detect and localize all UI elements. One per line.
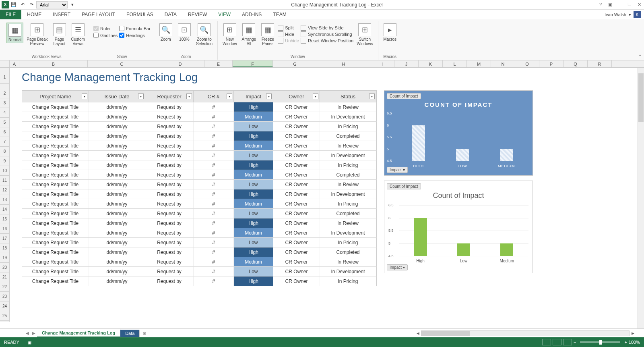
table-cell[interactable]: In Pricing — [320, 276, 376, 286]
table-cell[interactable]: Medium — [234, 199, 273, 208]
table-cell[interactable]: Medium — [234, 257, 273, 266]
zoom-level[interactable]: 100% — [629, 340, 640, 345]
filter-dropdown-icon[interactable]: ▾ — [82, 94, 87, 99]
col-N[interactable]: N — [491, 60, 515, 67]
row-18[interactable]: 18 — [0, 243, 9, 253]
filter-dropdown-icon[interactable]: ▾ — [266, 94, 272, 99]
table-cell[interactable]: CR Owner — [273, 122, 320, 131]
col-J[interactable]: J — [394, 60, 419, 67]
ribbon-options-icon[interactable]: ▣ — [607, 2, 613, 7]
row-13[interactable]: 13 — [0, 195, 9, 205]
gridlines-checkbox[interactable]: Gridlines — [93, 33, 118, 38]
col-L[interactable]: L — [443, 60, 467, 67]
pivot-chart-2[interactable]: Count of Impact Count of Impact 4.555.56… — [384, 181, 533, 273]
chart1-axis-button[interactable]: Impact ▾ — [387, 167, 408, 173]
table-cell[interactable]: Change Request Title — [22, 267, 89, 276]
table-cell[interactable]: In Development — [320, 151, 376, 160]
col-K[interactable]: K — [419, 60, 443, 67]
table-cell[interactable]: CR Owner — [273, 218, 320, 228]
switchwindows-button[interactable]: ⊞Switch Windows — [355, 23, 375, 47]
table-cell[interactable]: Low — [234, 122, 273, 131]
font-selector[interactable]: Arial — [36, 1, 68, 8]
table-cell[interactable]: CR Owner — [273, 151, 320, 160]
table-cell[interactable]: # — [194, 238, 234, 247]
reset-position-button[interactable]: Reset Window Position — [301, 38, 353, 44]
tab-file[interactable]: FILE — [0, 10, 21, 19]
table-cell[interactable]: Request by — [145, 170, 194, 179]
table-row[interactable]: Change Request Titledd/mm/yyRequest by#L… — [22, 180, 377, 189]
table-cell[interactable]: Change Request Title — [22, 257, 89, 266]
table-cell[interactable]: # — [194, 112, 234, 121]
tab-formulas[interactable]: FORMULAS — [121, 10, 159, 19]
row-12[interactable]: 12 — [0, 185, 9, 195]
table-cell[interactable]: Request by — [145, 180, 194, 189]
table-cell[interactable]: High — [234, 131, 273, 141]
table-cell[interactable]: Change Request Title — [22, 276, 89, 286]
tab-team[interactable]: TEAM — [267, 10, 292, 19]
row-25[interactable]: 25 — [0, 311, 9, 321]
row-headers[interactable]: 1234567891011121314151617181920212223242… — [0, 68, 10, 322]
pagelayout-button[interactable]: ▤Page Layout — [51, 23, 68, 47]
table-cell[interactable]: # — [194, 267, 234, 276]
hscroll-right-icon[interactable]: ▶ — [630, 331, 636, 335]
table-cell[interactable]: In Pricing — [320, 122, 376, 131]
zoom-out-icon[interactable]: − — [574, 340, 576, 345]
table-cell[interactable]: CR Owner — [273, 112, 320, 121]
zoom-button[interactable]: 🔍Zoom — [157, 23, 174, 42]
excel-icon[interactable]: X — [2, 1, 9, 8]
hscroll-left-icon[interactable]: ◀ — [415, 331, 421, 335]
table-header-2[interactable]: Requester▾ — [145, 91, 194, 102]
filter-dropdown-icon[interactable]: ▾ — [369, 94, 375, 99]
table-cell[interactable]: Low — [234, 238, 273, 247]
col-O[interactable]: O — [515, 60, 539, 67]
table-cell[interactable]: dd/mm/yy — [89, 257, 145, 266]
zoom-selection-button[interactable]: 🔍Zoom to Selection — [194, 23, 214, 47]
sheet-nav-next-icon[interactable]: ▶ — [31, 331, 37, 335]
table-row[interactable]: Change Request Titledd/mm/yyRequest by#M… — [22, 141, 377, 151]
column-headers[interactable]: A B C D E F G H I J K L M N O P Q R — [0, 60, 644, 68]
table-row[interactable]: Change Request Titledd/mm/yyRequest by#H… — [22, 160, 377, 170]
table-cell[interactable]: dd/mm/yy — [89, 151, 145, 160]
table-cell[interactable]: Request by — [145, 102, 194, 112]
table-cell[interactable]: CR Owner — [273, 267, 320, 276]
arrangeall-button[interactable]: ▦Arrange All — [240, 23, 258, 47]
table-header-6[interactable]: Status▾ — [320, 91, 376, 102]
table-cell[interactable]: CR Owner — [273, 141, 320, 150]
table-cell[interactable]: Change Request Title — [22, 122, 89, 131]
table-cell[interactable]: Request by — [145, 276, 194, 286]
row-8[interactable]: 8 — [0, 147, 9, 156]
row-10[interactable]: 10 — [0, 166, 9, 176]
table-cell[interactable]: Request by — [145, 267, 194, 276]
col-B[interactable]: B — [19, 60, 88, 67]
table-cell[interactable]: In Development — [320, 112, 376, 121]
select-all-cell[interactable] — [0, 60, 10, 67]
table-cell[interactable]: Request by — [145, 151, 194, 160]
row-11[interactable]: 11 — [0, 176, 9, 185]
table-header-0[interactable]: Project Name▾ — [22, 91, 89, 102]
table-row[interactable]: Change Request Titledd/mm/yyRequest by#M… — [22, 112, 377, 122]
table-cell[interactable]: dd/mm/yy — [89, 218, 145, 228]
table-cell[interactable]: Request by — [145, 131, 194, 141]
pivot-chart-1[interactable]: Count of Impact COUNT OF IMPACT 4.555.56… — [384, 90, 533, 176]
table-cell[interactable]: Medium — [234, 112, 273, 121]
col-R[interactable]: R — [588, 60, 612, 67]
tab-pagelayout[interactable]: PAGE LAYOUT — [76, 10, 121, 19]
table-cell[interactable]: dd/mm/yy — [89, 276, 145, 286]
table-cell[interactable]: dd/mm/yy — [89, 180, 145, 189]
table-row[interactable]: Change Request Titledd/mm/yyRequest by#L… — [22, 122, 377, 131]
table-row[interactable]: Change Request Titledd/mm/yyRequest by#L… — [22, 151, 377, 160]
row-23[interactable]: 23 — [0, 292, 9, 301]
row-7[interactable]: 7 — [0, 137, 9, 147]
table-cell[interactable]: # — [194, 122, 234, 131]
table-cell[interactable]: # — [194, 257, 234, 266]
table-cell[interactable]: CR Owner — [273, 102, 320, 112]
table-cell[interactable]: CR Owner — [273, 180, 320, 189]
zoom-slider[interactable] — [580, 341, 620, 343]
col-H[interactable]: H — [317, 60, 370, 67]
pagebreak-view-icon[interactable] — [563, 339, 572, 345]
table-cell[interactable]: dd/mm/yy — [89, 170, 145, 179]
headings-checkbox[interactable]: Headings — [119, 33, 151, 38]
filter-dropdown-icon[interactable]: ▾ — [138, 94, 144, 99]
table-cell[interactable]: # — [194, 170, 234, 179]
table-cell[interactable]: In Review — [320, 257, 376, 266]
